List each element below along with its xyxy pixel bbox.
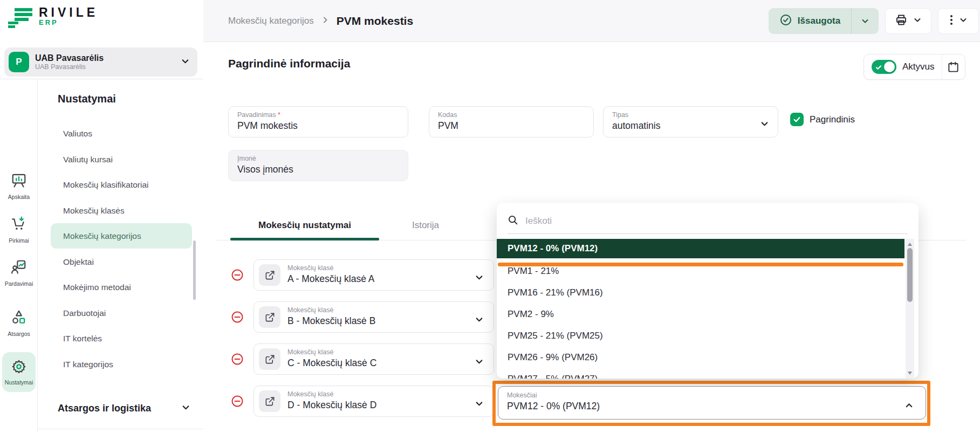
remove-row-button[interactable] bbox=[231, 353, 244, 366]
kodas-value: PVM bbox=[438, 119, 585, 133]
rail-item-nustatymai[interactable]: Nustatymai bbox=[2, 352, 36, 392]
saved-split-button[interactable]: Išsaugota bbox=[769, 8, 879, 34]
rail-item-atsargos[interactable]: Atsargos bbox=[0, 309, 38, 337]
sidebar-section-label: Atsargos ir logistika bbox=[58, 403, 151, 414]
taxes-dropdown-panel: PVM12 - 0% (PVM12) PVM1 - 21% PVM16 - 21… bbox=[497, 203, 919, 379]
sidebar-item-it-kategorijos[interactable]: IT kategorijos bbox=[51, 352, 202, 377]
dropdown-option[interactable]: PVM25 - 21% (PVM25) bbox=[497, 325, 904, 347]
pavadinimas-field[interactable]: Pavadinimas * PVM mokestis bbox=[228, 106, 408, 138]
required-mark: * bbox=[278, 111, 280, 119]
dropdown-search[interactable] bbox=[508, 210, 885, 232]
imone-field: Įmonė Visos įmonės bbox=[228, 150, 408, 181]
dropdown-option-selected[interactable]: PVM12 - 0% (PVM12) bbox=[497, 239, 904, 258]
chevron-down-icon bbox=[475, 399, 484, 410]
main-content: Pagrindinė informacija Aktyvus Pavadinim… bbox=[203, 42, 980, 433]
sidebar-item-valiutu-kursai[interactable]: Valiutų kursai bbox=[51, 147, 202, 172]
sidebar-item-mokesciu-klases[interactable]: Mokesčių klasės bbox=[51, 198, 202, 223]
tax-class-row[interactable]: Mokesčių klasė C - Mokesčių klasė C bbox=[253, 343, 494, 375]
shapes-icon bbox=[11, 309, 27, 327]
rail-item-apskaita[interactable]: Apskaita bbox=[0, 172, 38, 200]
tab-istorija[interactable]: Istorija bbox=[390, 220, 461, 231]
sidebar-item-objektai[interactable]: Objektai bbox=[51, 249, 202, 274]
external-link-icon bbox=[265, 354, 275, 365]
more-actions-button[interactable] bbox=[938, 8, 979, 34]
active-toggle-box: Aktyvus bbox=[864, 54, 965, 80]
dropdown-search-input[interactable] bbox=[524, 215, 850, 227]
remove-row-button[interactable] bbox=[231, 311, 244, 324]
sidebar-scrollbar[interactable] bbox=[193, 240, 196, 300]
pagrindinis-checkbox[interactable] bbox=[790, 113, 804, 126]
brand-name: RIVILE bbox=[39, 6, 98, 18]
sidebar-item-valiutos[interactable]: Valiutos bbox=[51, 121, 202, 146]
print-button[interactable] bbox=[885, 8, 931, 34]
dropdown-option[interactable]: PVM2 - 9% bbox=[497, 304, 904, 325]
rail-label: Apskaita bbox=[8, 194, 30, 200]
rail-label: Atsargos bbox=[8, 331, 30, 337]
dropdown-option[interactable]: PVM27 - 5% (PVM27) bbox=[497, 368, 904, 379]
tipas-select[interactable]: Tipas automatinis bbox=[603, 106, 778, 138]
breadcrumb-parent[interactable]: Mokesčių kategorijos bbox=[228, 16, 314, 26]
chevron-down-icon bbox=[181, 403, 190, 414]
tax-class-row[interactable]: Mokesčių klasė D - Mokesčių klasė D bbox=[253, 386, 494, 417]
tax-class-label: Mokesčių klasė bbox=[287, 348, 376, 356]
imone-value: Visos įmonės bbox=[237, 163, 399, 176]
tax-class-value: B - Mokesčių klasė B bbox=[287, 314, 375, 328]
open-tax-class-button[interactable] bbox=[259, 348, 280, 370]
rail-item-pirkimai[interactable]: Pirkimai bbox=[0, 216, 38, 244]
active-tab-underline bbox=[230, 238, 379, 240]
remove-row-button[interactable] bbox=[231, 395, 244, 408]
saved-button-label: Išsaugota bbox=[798, 16, 840, 26]
sidebar-heading: Nustatymai bbox=[58, 93, 116, 105]
scrollbar-thumb[interactable] bbox=[907, 248, 913, 302]
shopping-cart-icon bbox=[11, 216, 27, 234]
tab-mokesciu-nustatymai[interactable]: Mokesčių nustatymai bbox=[230, 220, 379, 231]
open-tax-class-button[interactable] bbox=[259, 264, 280, 286]
calendar-button[interactable] bbox=[942, 61, 965, 73]
mokesciai-select[interactable]: Mokesčiai PVM12 - 0% (PVM12) bbox=[498, 386, 926, 420]
saved-button-chevron[interactable] bbox=[851, 8, 879, 34]
pavadinimas-label: Pavadinimas bbox=[237, 111, 276, 119]
dropdown-scrollbar[interactable] bbox=[906, 239, 914, 379]
kodas-field[interactable]: Kodas PVM bbox=[429, 106, 594, 138]
sidebar-item-it-korteles[interactable]: IT kortelės bbox=[51, 326, 202, 351]
remove-row-button[interactable] bbox=[231, 269, 244, 281]
tax-class-value: C - Mokesčių klasė C bbox=[287, 356, 376, 370]
company-selector[interactable]: P UAB Pavasarėlis UAB Pavasarėlis bbox=[4, 47, 197, 77]
open-tax-class-button[interactable] bbox=[259, 390, 280, 412]
sidebar-item-mokejimo-metodai[interactable]: Mokėjimo metodai bbox=[51, 274, 202, 300]
chevron-right-icon bbox=[321, 16, 329, 26]
brand-product: ERP bbox=[39, 18, 98, 27]
mokesciai-label: Mokesčiai bbox=[507, 391, 917, 400]
sidebar-section-atsargos-ir-logistika[interactable]: Atsargos ir logistika bbox=[58, 403, 190, 414]
active-toggle[interactable] bbox=[872, 60, 896, 74]
pagrindinis-checkbox-row[interactable]: Pagrindinis bbox=[790, 113, 855, 126]
external-link-icon bbox=[265, 312, 275, 322]
chevron-down-icon bbox=[913, 16, 922, 26]
app-logo: RIVILE ERP bbox=[8, 6, 98, 31]
tipas-value: automatinis bbox=[612, 119, 769, 133]
dropdown-option[interactable]: PVM16 - 21% (PVM16) bbox=[497, 282, 904, 304]
rail-label: Pardavimai bbox=[5, 280, 33, 287]
icon-rail: Apskaita Pirkimai Pardavi bbox=[0, 79, 38, 433]
external-link-icon bbox=[265, 396, 275, 407]
saved-button[interactable]: Išsaugota bbox=[769, 8, 851, 34]
sidebar-item-darbuotojai[interactable]: Darbuotojai bbox=[51, 300, 202, 326]
sidebar-item-mokesciu-kategorijos[interactable]: Mokesčių kategorijos bbox=[51, 223, 192, 249]
tax-class-row[interactable]: Mokesčių klasė B - Mokesčių klasė B bbox=[253, 301, 494, 333]
tax-class-row[interactable]: Mokesčių klasė A - Mokesčių klasė A bbox=[253, 259, 494, 291]
sidebar-item-mokesciu-klasifikatoriai[interactable]: Mokesčių klasifikatoriai bbox=[51, 172, 202, 197]
kodas-label: Kodas bbox=[438, 111, 585, 119]
scroll-up-arrow[interactable] bbox=[908, 243, 912, 246]
rivile-logo-icon bbox=[8, 6, 33, 31]
check-icon bbox=[875, 63, 882, 73]
dropdown-option[interactable]: PVM26 - 9% (PVM26) bbox=[497, 347, 904, 368]
toggle-knob bbox=[884, 61, 895, 72]
sidebar-bottom-divider bbox=[38, 429, 203, 429]
open-tax-class-button[interactable] bbox=[259, 306, 280, 328]
company-name: UAB Pavasarėlis bbox=[35, 53, 181, 63]
rail-item-pardavimai[interactable]: Pardavimai bbox=[0, 259, 38, 287]
search-icon bbox=[508, 215, 518, 228]
app-window: Mokesčių kategorijos PVM mokestis Išsaug… bbox=[0, 0, 980, 433]
scroll-down-arrow[interactable] bbox=[908, 372, 912, 375]
dropdown-option[interactable]: PVM1 - 21% bbox=[497, 260, 904, 282]
